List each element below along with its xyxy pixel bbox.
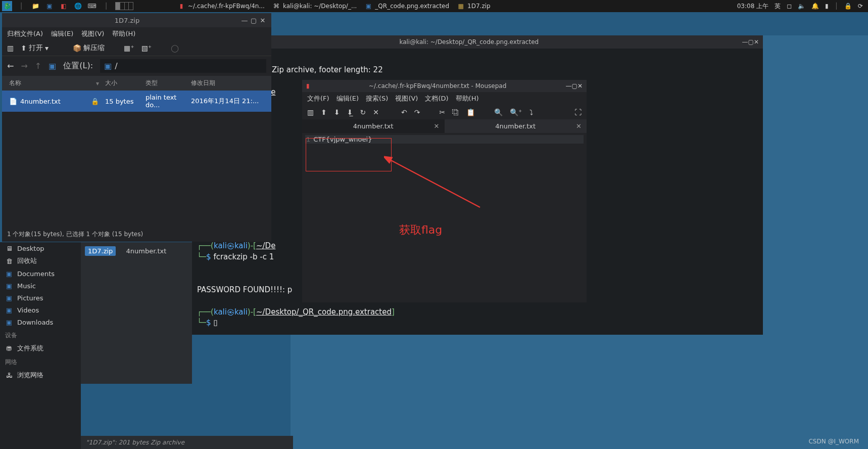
sidebar-item-downloads[interactable]: ▣Downloads (0, 316, 81, 328)
minimize-button[interactable]: — (566, 82, 572, 89)
taskbar-sep: │ (16, 1, 26, 11)
up-button[interactable]: ↑ (35, 61, 41, 71)
sidebar-item-filesystem[interactable]: ⛃文件系统 (0, 342, 81, 355)
save-as-button[interactable]: ⬇̲ (347, 108, 353, 116)
close-file-button[interactable]: ✕ (373, 108, 379, 116)
folder-icon: ▣ (104, 61, 112, 71)
archive-statusbar: 1 个对象(15 bytes), 已选择 1 个对象 (15 bytes) (2, 227, 271, 242)
taskbar-sep2: │ (101, 1, 111, 11)
replace-button[interactable]: 🔍⁺ (510, 108, 522, 116)
back-button[interactable]: ← (7, 61, 14, 71)
minimize-button[interactable]: — (240, 17, 249, 24)
tab-close-icon[interactable]: ✕ (434, 122, 440, 130)
mousepad-editor[interactable]: 1CTF{vjpw_wnoei} (302, 133, 587, 302)
menu-help[interactable]: 帮助(H) (456, 94, 479, 103)
col-date-header[interactable]: 修改日期 (188, 78, 267, 88)
menu-search[interactable]: 搜索(S) (366, 94, 388, 103)
redo-button[interactable]: ↷ (414, 108, 420, 116)
archive-body-empty[interactable] (2, 112, 271, 227)
folder-icon[interactable]: ▣ (44, 1, 55, 11)
mousepad-tabs: 4number.txt✕ 4number.txt✕ (302, 119, 587, 133)
minimize-button[interactable]: — (742, 38, 748, 46)
archive-window: 1D7.zip — ▢ ✕ 归档文件(A) 编辑(E) 视图(V) 帮助(H) … (2, 13, 271, 242)
file-item-txt[interactable]: 4number.txt (126, 247, 167, 255)
sidebar-item-desktop[interactable]: 🖥Desktop (0, 242, 81, 254)
tray-power-icon[interactable]: ⟳ (858, 3, 863, 10)
sidebar-item-documents[interactable]: ▣Documents (0, 267, 81, 280)
menu-edit[interactable]: 编辑(E) (336, 94, 359, 103)
maximize-button[interactable]: ▢ (748, 38, 754, 46)
browser-icon[interactable]: 🌐 (73, 1, 83, 11)
undo-button[interactable]: ↶ (401, 108, 407, 116)
menu-archive[interactable]: 归档文件(A) (7, 29, 43, 38)
maximize-button[interactable]: ▢ (249, 17, 258, 24)
fullscreen-button[interactable]: ⛶ (574, 108, 582, 116)
save-button[interactable]: ⬇ (334, 108, 340, 116)
terminal-icon[interactable]: ⌨ (87, 1, 97, 11)
sidebar-item-trash[interactable]: 🗑回收站 (0, 254, 81, 267)
file-chip-zip[interactable]: 1D7.zip (85, 246, 116, 256)
maximize-button[interactable]: ▢ (572, 82, 577, 89)
terminal-help-menu[interactable]: 帮助 (192, 49, 763, 62)
mousepad-titlebar[interactable]: ▮ ~/.cache/.fr-kpFBwq/4number.txt - Mous… (302, 80, 587, 92)
task-terminal[interactable]: ⌘ kali@kali: ~/Desktop/_... (269, 2, 361, 11)
tab-4number-inactive[interactable]: 4number.txt✕ (445, 119, 587, 133)
forward-button[interactable]: → (21, 61, 27, 71)
archive-titlebar[interactable]: 1D7.zip — ▢ ✕ (2, 13, 271, 27)
menu-view[interactable]: 视图(V) (395, 94, 418, 103)
cut-button[interactable]: ✂ (439, 108, 445, 116)
files-icon[interactable]: 📁 (30, 1, 40, 11)
extract-button[interactable]: 📦 解压缩 (73, 43, 105, 53)
line-number: 1 (306, 136, 310, 143)
goto-button[interactable]: ⤵ (529, 108, 533, 116)
tray-volume-icon[interactable]: 🔈 (798, 3, 805, 10)
col-type-header[interactable]: 类型 (142, 78, 188, 88)
copy-button[interactable]: ⿻ (452, 108, 459, 116)
mousepad-menubar: 文件(F) 编辑(E) 搜索(S) 视图(V) 文档(D) 帮助(H) (302, 92, 587, 105)
open-archive-button[interactable]: ⬆ 打开 ▾ (21, 43, 49, 53)
sidebar-item-pictures[interactable]: ▣Pictures (0, 292, 81, 304)
tray-battery-icon[interactable]: ▮ (825, 3, 829, 10)
menu-help[interactable]: 帮助(H) (112, 29, 135, 38)
close-button[interactable]: ✕ (754, 38, 759, 46)
stop-button[interactable]: ◯ (171, 44, 179, 52)
reload-button[interactable]: ↻ (360, 108, 366, 116)
tab-4number-active[interactable]: 4number.txt✕ (302, 119, 445, 133)
paste-button[interactable]: 📋 (466, 108, 475, 116)
menu-file[interactable]: 文件(F) (307, 94, 329, 103)
add-files-button[interactable]: ▦⁺ (124, 44, 134, 52)
sidebar-item-browse-network[interactable]: 🖧浏览网络 (0, 369, 81, 382)
task-folder[interactable]: ▣ _QR_code.png.extracted (361, 2, 453, 11)
sidebar-item-videos[interactable]: ▣Videos (0, 304, 81, 316)
archive-row[interactable]: 📄4number.txt🔒 15 bytes plain text do... … (2, 91, 271, 112)
archive-toolbar: ▥ ⬆ 打开 ▾ 📦 解压缩 ▦⁺ ▧⁺ ◯ (2, 40, 271, 56)
new-file-button[interactable]: ▥ (307, 108, 314, 116)
find-button[interactable]: 🔍 (494, 108, 503, 116)
task-label: _QR_code.png.extracted (375, 3, 449, 10)
location-input[interactable]: ▣/ (100, 59, 266, 73)
home-button[interactable]: ▣ (49, 61, 56, 71)
tray-square-icon[interactable]: ◻ (787, 3, 792, 10)
workspace-switcher[interactable] (115, 2, 133, 10)
filemanager-content[interactable]: 1D7.zip 4number.txt (81, 242, 192, 384)
col-name-header[interactable]: 名称▾ (6, 78, 102, 88)
close-button[interactable]: ✕ (577, 82, 583, 89)
app-icon[interactable]: ◧ (59, 1, 69, 11)
col-size-header[interactable]: 大小 (102, 78, 142, 88)
task-archive[interactable]: ▦ 1D7.zip (453, 2, 495, 11)
menu-view[interactable]: 视图(V) (81, 29, 104, 38)
task-mousepad[interactable]: ▮ ~/.cache/.fr-kpFBwq/4n... (174, 2, 269, 11)
new-archive-button[interactable]: ▥ (7, 44, 14, 52)
close-button[interactable]: ✕ (258, 17, 267, 24)
tray-bell-icon[interactable]: 🔔 (811, 3, 819, 10)
menu-edit[interactable]: 编辑(E) (51, 29, 73, 38)
add-folder-button[interactable]: ▧⁺ (141, 44, 152, 52)
terminal-titlebar[interactable]: kali@kali: ~/Desktop/_QR_code.png.extrac… (192, 35, 763, 49)
sidebar-item-music[interactable]: ▣Music (0, 280, 81, 292)
menu-document[interactable]: 文档(D) (425, 94, 448, 103)
open-file-button[interactable]: ⬆ (321, 108, 327, 116)
ime-indicator[interactable]: 英 (775, 2, 781, 11)
kali-menu-icon[interactable]: 🐉 (2, 1, 12, 11)
tab-close-icon[interactable]: ✕ (576, 122, 582, 130)
tray-lock-icon[interactable]: 🔒 (844, 3, 852, 10)
